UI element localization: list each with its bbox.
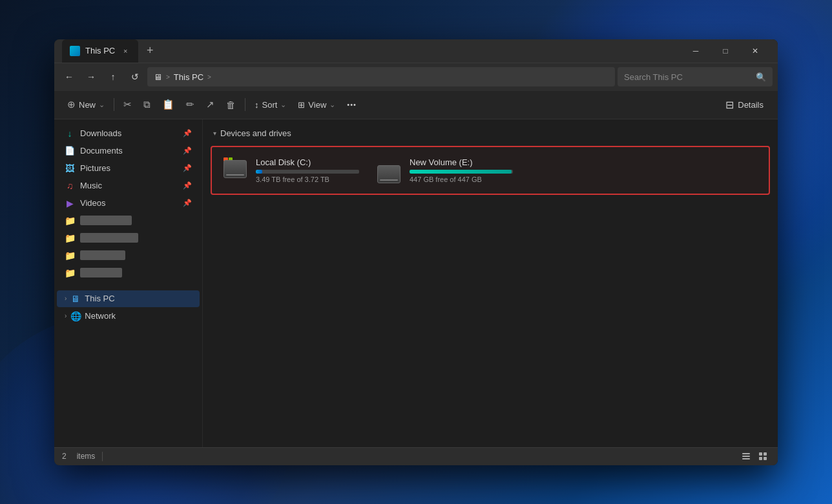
details-icon: ⊟: [725, 99, 734, 111]
devices-section-label: Devices and drives: [220, 128, 291, 138]
tab-area: This PC × +: [62, 39, 681, 63]
sidebar-item-downloads[interactable]: ↓ Downloads 📌: [57, 125, 200, 142]
new-button[interactable]: ⊕ New ⌄: [62, 94, 110, 115]
view-button[interactable]: ⊞ View ⌄: [293, 94, 340, 115]
folder3-icon: 📁: [65, 250, 75, 261]
status-items-label: items: [77, 452, 96, 461]
tab-label: This PC: [85, 46, 115, 55]
toolbar-sep-2: [245, 98, 245, 111]
sidebar-item-videos[interactable]: ▶ Videos 📌: [57, 195, 200, 212]
sort-icon: ↕: [255, 100, 259, 110]
sidebar-label-pictures: Pictures: [80, 163, 110, 173]
sidebar-item-folder3[interactable]: 📁 ███████: [57, 247, 200, 264]
cut-button[interactable]: ✂: [118, 94, 137, 115]
details-label: Details: [738, 100, 764, 110]
tab-pc-icon: [70, 46, 80, 56]
tiles-view-button[interactable]: [756, 449, 770, 463]
status-count: 2: [62, 452, 67, 461]
up-button[interactable]: ↑: [103, 67, 123, 86]
drive-e-bar-container: [410, 170, 513, 174]
sidebar-item-documents[interactable]: 📄 Documents 📌: [57, 143, 200, 159]
paste-button[interactable]: 📋: [157, 94, 180, 115]
tab-close-button[interactable]: ×: [120, 46, 130, 56]
devices-section: ▾ Devices and drives: [211, 127, 770, 195]
sidebar-label-folder1: ████████: [80, 216, 132, 225]
sidebar-label-folder2: █████████: [80, 233, 138, 243]
drive-c-info: Local Disk (C:) 3.49 TB free of 3.72 TB: [256, 157, 359, 183]
downloads-icon: ↓: [65, 128, 75, 139]
delete-icon: 🗑: [226, 99, 236, 110]
rename-icon: ✏: [186, 99, 194, 110]
drive-e-bar-fill: [410, 170, 512, 174]
pin-icon-music: 📌: [183, 181, 192, 190]
location-icon: 🖥: [154, 72, 162, 82]
svg-rect-1: [742, 456, 750, 457]
svg-rect-4: [764, 452, 767, 456]
network-chevron: ›: [65, 312, 67, 319]
drive-c-name: Local Disk (C:): [256, 157, 359, 167]
sidebar-item-folder2[interactable]: 📁 █████████: [57, 230, 200, 247]
sidebar-label-documents: Documents: [80, 146, 123, 156]
share-button[interactable]: ↗: [201, 94, 220, 115]
hdd-body-c: [224, 160, 247, 178]
new-label: New: [79, 100, 96, 110]
sort-button[interactable]: ↕ Sort ⌄: [249, 94, 291, 115]
svg-rect-5: [759, 457, 762, 460]
share-icon: ↗: [206, 99, 214, 110]
view-icon: ⊞: [298, 100, 305, 110]
new-icon: ⊕: [67, 99, 76, 110]
view-chevron: ⌄: [329, 101, 335, 109]
details-button[interactable]: ⊟ Details: [719, 94, 770, 115]
sidebar-item-folder1[interactable]: 📁 ████████: [57, 212, 200, 229]
drive-local-c[interactable]: Local Disk (C:) 3.49 TB free of 3.72 TB: [218, 154, 364, 187]
search-bar[interactable]: Search This PC 🔍: [618, 67, 773, 86]
rename-button[interactable]: ✏: [181, 94, 200, 115]
nav-bar: ← → ↑ ↺ 🖥 > This PC > Search This PC 🔍: [54, 63, 778, 91]
sidebar-label-this-pc: This PC: [85, 294, 114, 303]
copy-icon: ⧉: [143, 99, 151, 110]
view-label: View: [308, 100, 326, 110]
list-view-button[interactable]: [739, 449, 753, 463]
title-bar: This PC × + ─ □ ✕: [54, 39, 778, 63]
drive-c-icon: [224, 157, 249, 183]
toolbar: ⊕ New ⌄ ✂ ⧉ 📋 ✏ ↗ 🗑 ↕ Sort ⌄ ⊞: [54, 91, 778, 119]
sort-label: Sort: [262, 100, 278, 110]
this-pc-tab[interactable]: This PC ×: [62, 39, 138, 63]
more-button[interactable]: •••: [342, 94, 362, 115]
pin-icon-documents: 📌: [183, 146, 192, 155]
sidebar-item-music[interactable]: ♫ Music 📌: [57, 177, 200, 194]
toolbar-sep-1: [114, 98, 114, 111]
svg-rect-2: [742, 458, 750, 459]
pictures-icon: 🖼: [65, 163, 75, 174]
drive-new-volume-e[interactable]: New Volume (E:) 447 GB free of 447 GB: [372, 154, 518, 187]
refresh-button[interactable]: ↺: [125, 67, 145, 86]
documents-icon: 📄: [65, 146, 75, 156]
sidebar-item-network[interactable]: › 🌐 Network: [57, 308, 200, 325]
delete-button[interactable]: 🗑: [221, 94, 241, 115]
devices-section-header[interactable]: ▾ Devices and drives: [211, 127, 770, 139]
breadcrumb-this-pc: This PC: [174, 72, 203, 82]
address-bar[interactable]: 🖥 > This PC >: [147, 67, 615, 86]
drive-e-name: New Volume (E:): [410, 157, 513, 167]
maximize-button[interactable]: □: [711, 39, 740, 63]
drives-container: Local Disk (C:) 3.49 TB free of 3.72 TB: [211, 146, 770, 195]
sidebar-item-pictures[interactable]: 🖼 Pictures 📌: [57, 160, 200, 177]
close-button[interactable]: ✕: [740, 39, 770, 63]
minimize-button[interactable]: ─: [681, 39, 711, 63]
address-chevron1: >: [166, 74, 170, 81]
music-icon: ♫: [65, 181, 75, 191]
copy-button[interactable]: ⧉: [138, 94, 156, 115]
sidebar: ↓ Downloads 📌 📄 Documents 📌 🖼 Pictures 📌: [54, 119, 203, 447]
sidebar-label-downloads: Downloads: [80, 128, 121, 138]
sidebar-item-this-pc[interactable]: › 🖥 This PC: [57, 290, 200, 307]
hdd-body-e: [377, 165, 400, 183]
new-tab-button[interactable]: +: [141, 42, 159, 60]
back-button[interactable]: ←: [59, 67, 79, 86]
search-placeholder: Search This PC: [624, 72, 683, 82]
forward-button[interactable]: →: [81, 67, 101, 86]
folder4-icon: 📁: [65, 268, 75, 278]
sidebar-item-folder4[interactable]: 📁 ██████: [57, 265, 200, 281]
sidebar-label-network: Network: [85, 311, 116, 321]
status-pipe: │: [100, 452, 105, 461]
videos-icon: ▶: [65, 198, 75, 208]
